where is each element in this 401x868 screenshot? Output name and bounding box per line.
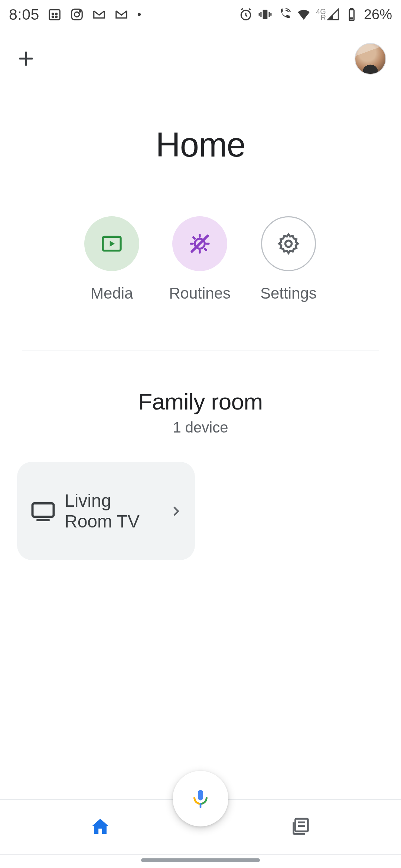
quick-action-label: Settings [260,285,317,302]
android-status-bar: 8:05 [0,0,401,29]
quick-action-settings[interactable]: Settings [260,216,317,302]
quick-action-label: Routines [169,285,231,302]
quick-actions-row: Media Routines Settings [0,216,401,302]
battery-percentage: 26% [364,7,392,23]
media-icon [84,216,139,271]
instagram-notification-icon [70,7,84,22]
account-avatar[interactable] [355,43,386,75]
device-card-living-room-tv[interactable]: Living Room TV [17,462,195,560]
room-title[interactable]: Family room [0,388,401,415]
wifi-icon [297,7,311,22]
android-gesture-bar[interactable] [141,858,260,862]
svg-rect-17 [350,17,353,20]
svg-rect-12 [269,12,270,17]
battery-icon [345,7,359,22]
add-button[interactable] [15,47,37,70]
wifi-calling-icon [277,7,291,22]
svg-point-6 [74,12,79,17]
svg-rect-22 [296,819,308,831]
gmail-notification-icon [92,7,106,22]
svg-rect-16 [351,9,353,10]
svg-rect-13 [259,13,260,16]
svg-point-4 [56,16,57,17]
svg-rect-14 [271,13,272,16]
quick-action-label: Media [91,285,133,302]
device-grid: Living Room TV [0,436,401,560]
cell-network-icon: 4G R [316,8,339,21]
vibrate-icon [258,7,272,22]
roaming-indicator: R [320,13,326,22]
svg-point-1 [52,13,53,15]
voice-assistant-button[interactable] [173,771,228,826]
device-name: Living Room TV [65,490,162,531]
svg-point-3 [52,16,53,17]
settings-icon [261,216,316,271]
svg-rect-0 [49,10,60,20]
quick-action-routines[interactable]: Routines [169,216,231,302]
tv-icon [30,498,56,525]
svg-rect-10 [263,10,268,19]
section-divider [22,351,379,351]
quick-action-media[interactable]: Media [84,216,139,302]
nav-feed-tab[interactable] [200,800,401,854]
calendar-indicator-icon [48,7,62,22]
svg-point-7 [79,11,81,12]
svg-rect-23 [198,790,203,800]
svg-point-8 [138,13,141,16]
svg-point-2 [56,13,57,15]
status-time: 8:05 [9,6,39,23]
gmail-notification-icon-2 [114,7,128,22]
routines-icon [172,216,227,271]
alarm-icon [239,7,253,22]
nav-home-tab[interactable] [0,800,200,854]
svg-rect-11 [261,12,262,17]
app-bar [0,29,401,88]
more-notifications-icon [137,7,142,22]
chevron-right-icon [170,505,182,517]
svg-point-20 [285,240,291,247]
room-subtitle: 1 device [0,419,401,436]
page-title: Home [0,125,401,164]
svg-rect-21 [33,503,54,517]
